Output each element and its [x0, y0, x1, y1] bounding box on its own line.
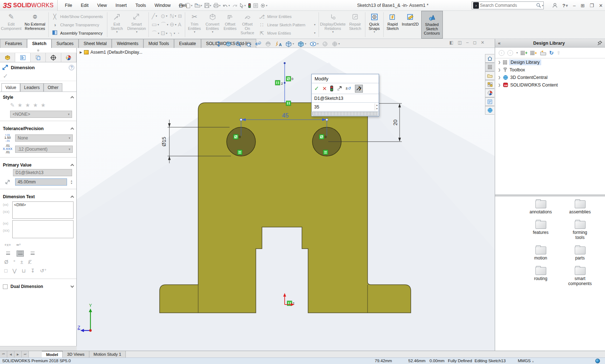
- relation-badge-midpoint[interactable]: [286, 101, 291, 106]
- history-caret-icon[interactable]: ▾: [516, 51, 518, 54]
- save-style-icon[interactable]: ★: [33, 102, 37, 108]
- search-input[interactable]: [480, 3, 536, 8]
- precision-dropdown[interactable]: .12 (Document)▾: [15, 146, 73, 153]
- no-external-references-button[interactable]: ⛔︎ No External References: [22, 11, 48, 39]
- tab-weldments[interactable]: Weldments: [112, 39, 143, 48]
- feature-tree-root[interactable]: Assem1 (Default<Display...: [90, 50, 142, 55]
- circle-tool-icon[interactable]: ⊙▾: [161, 12, 168, 20]
- doc-minimize-icon[interactable]: –: [466, 40, 469, 45]
- assembly-transparency-button[interactable]: Assembly Transparency: [52, 29, 104, 37]
- scroll-left-icon[interactable]: ◀: [7, 351, 14, 358]
- view-orientation-icon[interactable]: ▾: [285, 41, 294, 47]
- user-login-icon[interactable]: [552, 3, 557, 8]
- add-style-icon[interactable]: ★: [18, 102, 22, 108]
- minimize-icon[interactable]: –: [573, 3, 575, 8]
- doc-restore-icon[interactable]: ◻: [473, 40, 476, 45]
- file-explorer-tab[interactable]: [485, 71, 494, 80]
- zoom-window-icon[interactable]: [245, 41, 251, 47]
- panel-grip[interactable]: [0, 48, 76, 53]
- repair-sketch-button[interactable]: Repair Sketch: [346, 11, 364, 39]
- trim-box-icon[interactable]: ⊟: [178, 12, 182, 20]
- relation-badge-equal-left[interactable]: [237, 150, 242, 155]
- tolerance-dropdown[interactable]: None▾: [15, 134, 73, 142]
- tree-item-design-library[interactable]: ❯ Design Library: [495, 58, 605, 66]
- degree-symbol-icon[interactable]: °: [13, 259, 15, 265]
- expand-icon[interactable]: ❯: [498, 68, 501, 72]
- sketch-canvas[interactable]: 45 20 Ø15 2 0: [77, 48, 495, 351]
- relation-badge-coincident-top[interactable]: 0: [286, 76, 293, 81]
- file-properties-icon[interactable]: [253, 1, 259, 10]
- smart-dimension-button[interactable]: Smart Dimension▾: [125, 11, 148, 39]
- menu-insert[interactable]: Insert: [111, 0, 131, 11]
- doc-close-icon[interactable]: ✕: [481, 40, 484, 45]
- back-icon[interactable]: ‹: [499, 50, 504, 56]
- appearances-tab[interactable]: [485, 89, 494, 97]
- load-style-icon[interactable]: ★: [41, 102, 45, 108]
- dimension-text-input-secondary[interactable]: [12, 220, 74, 238]
- text-tool-icon[interactable]: A: [178, 21, 182, 29]
- shaded-sketch-contours-button[interactable]: Shaded Sketch Contours: [421, 11, 443, 39]
- save-icon[interactable]: ▾: [204, 1, 212, 10]
- tolerance-section-header[interactable]: Tolerance/Precision: [0, 123, 76, 133]
- move-up-icon[interactable]: ⇧: [557, 50, 561, 56]
- zoom-to-area-icon[interactable]: [225, 41, 232, 47]
- folder-motion[interactable]: motion: [526, 247, 555, 261]
- apply-default-style-icon[interactable]: ✎: [10, 102, 15, 108]
- sketch-annotation-icon[interactable]: A: [275, 41, 282, 47]
- tree-item-solidworks-content[interactable]: ❯ sw SOLIDWORKS Content: [495, 81, 605, 89]
- pin-taskpane-icon[interactable]: [597, 41, 602, 45]
- feature-tree-flyout[interactable]: ▶ Assem1 (Default<Display...: [80, 50, 142, 55]
- offset-entities-button[interactable]: Offset Entities: [222, 11, 239, 39]
- solidworks-resources-tab[interactable]: [485, 54, 494, 63]
- search-options-caret-icon[interactable]: ▾: [542, 4, 543, 7]
- style-dropdown[interactable]: <NONE>▾: [10, 111, 72, 118]
- select-cursor-icon[interactable]: ▾: [239, 1, 246, 10]
- section-view-icon[interactable]: [265, 41, 271, 47]
- tab-model[interactable]: Model: [42, 351, 63, 358]
- justify-center-icon[interactable]: [17, 250, 24, 257]
- hide-show-items-icon[interactable]: ▾: [310, 41, 319, 46]
- rebuild-traffic-light-icon[interactable]: [330, 85, 333, 92]
- move-entities-button[interactable]: ⇱Move Entities▾: [259, 29, 316, 37]
- menu-file[interactable]: File: [61, 0, 76, 11]
- ellipse-tool-icon[interactable]: ⊖▾: [170, 21, 177, 29]
- search-icon[interactable]: [536, 3, 542, 8]
- spline-tool-icon[interactable]: ℕ▾: [170, 12, 177, 20]
- design-library-tab[interactable]: [485, 63, 494, 71]
- menu-window[interactable]: Window: [150, 0, 175, 11]
- reverse-direction-icon[interactable]: [337, 86, 342, 91]
- offset-on-surface-button[interactable]: Offset On Surface: [239, 11, 257, 39]
- scroll-right-icon[interactable]: ▶: [14, 351, 22, 358]
- fillet-tool-icon[interactable]: ╮▾: [170, 29, 177, 37]
- forum-tab[interactable]: [485, 106, 494, 115]
- plus-minus-symbol-icon[interactable]: ±: [21, 259, 23, 265]
- line-tool-icon[interactable]: ╱▾: [152, 12, 159, 20]
- dual-dimension-checkbox[interactable]: [3, 284, 8, 289]
- scroll-last-icon[interactable]: ⏭︎: [22, 351, 29, 358]
- justify-right-icon[interactable]: [29, 250, 36, 257]
- dimension-text-section-header[interactable]: Dimension Text: [0, 191, 76, 201]
- collapse-taskpane-icon[interactable]: «: [498, 40, 501, 46]
- folder-forming-tools[interactable]: forming tools: [565, 221, 595, 240]
- pm-help-icon[interactable]: ?: [69, 65, 74, 70]
- close-icon[interactable]: ✕: [599, 3, 603, 8]
- style-section-header[interactable]: Style: [0, 92, 76, 101]
- check-symbol-icon[interactable]: ⋁: [12, 268, 16, 274]
- forward-icon[interactable]: ›: [507, 50, 513, 56]
- diameter-symbol-icon[interactable]: Ø: [4, 259, 8, 265]
- trim-entities-button[interactable]: ✂ Trim Entities▾: [186, 11, 203, 39]
- tab-features[interactable]: Features: [0, 39, 27, 48]
- zoom-to-fit-icon[interactable]: [215, 41, 222, 47]
- primary-value-section-header[interactable]: Primary Value: [0, 160, 76, 169]
- undo-icon[interactable]: ▾: [222, 1, 231, 10]
- tab-motion-study-1[interactable]: Motion Study 1: [89, 351, 126, 358]
- display-style-icon[interactable]: ▾: [297, 41, 306, 47]
- modify-value-spinner[interactable]: ▲▼: [375, 103, 379, 111]
- tab-surfaces[interactable]: Surfaces: [52, 39, 79, 48]
- delete-style-icon[interactable]: ★: [25, 102, 30, 108]
- arc-tool-icon[interactable]: ⌒▾: [161, 21, 168, 29]
- displaymanager-tab[interactable]: [61, 53, 76, 62]
- view-palette-tab[interactable]: [485, 80, 494, 89]
- folder-annotations[interactable]: annotations: [526, 200, 555, 214]
- edit-component-button[interactable]: ✎ Edit Component: [0, 11, 22, 39]
